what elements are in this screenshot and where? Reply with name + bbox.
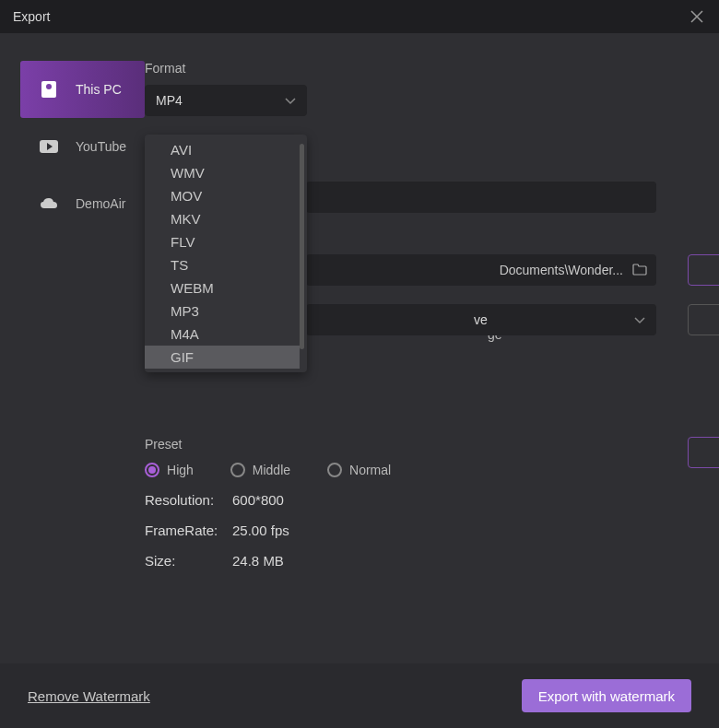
settings-button[interactable]: Settings xyxy=(688,437,719,468)
cloud-icon xyxy=(39,194,59,214)
add-button[interactable]: Add xyxy=(688,304,719,335)
dropdown-item-mov[interactable]: MOV xyxy=(145,184,300,207)
subtitle-select[interactable]: ve xyxy=(306,304,656,335)
dropdown-item-flv[interactable]: FLV xyxy=(145,230,300,253)
resolution-label: Resolution: xyxy=(145,492,232,508)
size-label: Size: xyxy=(145,553,232,569)
radio-icon xyxy=(230,463,245,477)
svg-point-1 xyxy=(46,84,52,89)
radio-label: Middle xyxy=(253,463,290,477)
chevron-down-icon xyxy=(285,93,296,108)
name-input-obscured[interactable] xyxy=(306,182,656,213)
sidebar-item-label: YouTube xyxy=(76,139,126,154)
preset-radio-group: High Middle Normal xyxy=(145,463,391,477)
save-path-value: Documents\Wonder... xyxy=(500,263,623,277)
close-icon xyxy=(690,10,703,23)
sidebar-item-youtube[interactable]: YouTube xyxy=(0,118,145,175)
dropdown-item-wmv[interactable]: WMV xyxy=(145,161,300,184)
dropdown-scrollbar[interactable] xyxy=(300,144,304,349)
footer: Remove Watermark Export with watermark xyxy=(0,663,719,728)
radio-label: High xyxy=(167,463,194,477)
resolution-value: 600*800 xyxy=(232,492,284,508)
pc-icon xyxy=(39,79,59,100)
framerate-value: 25.00 fps xyxy=(232,523,289,538)
size-value: 24.8 MB xyxy=(232,553,284,569)
dropdown-item-mkv[interactable]: MKV xyxy=(145,207,300,230)
radio-label: Normal xyxy=(349,463,391,477)
titlebar: Export xyxy=(0,0,719,33)
remove-watermark-link[interactable]: Remove Watermark xyxy=(28,688,150,704)
dropdown-item-ts[interactable]: TS xyxy=(145,253,300,276)
preset-radio-high[interactable]: High xyxy=(145,463,194,477)
browse-button[interactable]: Browse xyxy=(688,254,719,286)
format-select[interactable]: MP4 xyxy=(145,85,307,116)
dropdown-item-webm[interactable]: WEBM xyxy=(145,276,300,299)
format-label: Format xyxy=(145,61,719,76)
preset-radio-normal[interactable]: Normal xyxy=(327,463,391,477)
sidebar-item-label: DemoAir xyxy=(76,196,125,211)
main-panel: Format MP4 AVI WMV MOV MKV FLV TS WEBM M… xyxy=(145,33,719,663)
save-path-input[interactable]: Documents\Wonder... xyxy=(306,254,656,286)
dropdown-item-mp3[interactable]: MP3 xyxy=(145,299,300,323)
chevron-down-icon xyxy=(634,312,645,327)
format-dropdown: AVI WMV MOV MKV FLV TS WEBM MP3 M4A GIF xyxy=(145,135,307,372)
dropdown-item-avi[interactable]: AVI xyxy=(145,138,300,161)
folder-icon[interactable] xyxy=(632,263,647,278)
window-title: Export xyxy=(13,9,50,24)
dropdown-item-gif[interactable]: GIF xyxy=(145,346,300,369)
sidebar-item-label: This PC xyxy=(76,82,122,97)
sidebar-item-demoair[interactable]: DemoAir xyxy=(0,175,145,232)
format-selected-value: MP4 xyxy=(156,93,183,108)
preset-label: Preset xyxy=(145,437,391,452)
radio-icon-selected xyxy=(145,463,159,477)
preset-radio-middle[interactable]: Middle xyxy=(230,463,290,477)
sidebar-item-this-pc[interactable]: This PC xyxy=(20,61,145,118)
radio-icon xyxy=(327,463,342,477)
sidebar: This PC YouTube DemoAir xyxy=(0,33,145,663)
framerate-label: FrameRate: xyxy=(145,523,232,538)
youtube-icon xyxy=(39,136,59,157)
dropdown-item-m4a[interactable]: M4A xyxy=(145,323,300,346)
close-button[interactable] xyxy=(688,7,706,26)
subtitle-selected-value: ve xyxy=(474,312,488,327)
export-button[interactable]: Export with watermark xyxy=(522,679,691,712)
